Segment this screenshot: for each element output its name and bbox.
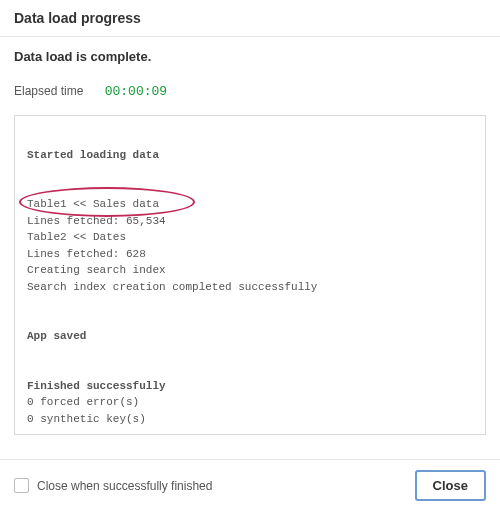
close-on-finish-checkbox[interactable] — [14, 478, 29, 493]
log-line: Table2 << Dates — [27, 231, 126, 243]
log-line: Table1 << Sales data — [27, 198, 159, 210]
dialog-title: Data load progress — [14, 10, 486, 26]
dialog-header: Data load progress — [0, 0, 500, 37]
log-line: Lines fetched: 628 — [27, 248, 146, 260]
log-line: Lines fetched: 65,534 — [27, 215, 166, 227]
load-status-text: Data load is complete. — [14, 49, 486, 64]
close-on-finish-option[interactable]: Close when successfully finished — [14, 478, 212, 493]
log-output: Started loading data Table1 << Sales dat… — [27, 130, 473, 427]
elapsed-time-value: 00:00:09 — [105, 84, 167, 99]
status-row: Data load is complete. — [0, 37, 500, 70]
log-line: 0 synthetic key(s) — [27, 413, 146, 425]
elapsed-time-row: Elapsed time 00:00:09 — [0, 70, 500, 109]
log-line: Finished successfully — [27, 380, 166, 392]
log-panel: Started loading data Table1 << Sales dat… — [14, 115, 486, 435]
elapsed-time-label: Elapsed time — [14, 84, 83, 98]
close-on-finish-label: Close when successfully finished — [37, 479, 212, 493]
log-line: 0 forced error(s) — [27, 396, 139, 408]
log-line: App saved — [27, 330, 86, 342]
dialog-footer: Close when successfully finished Close — [0, 459, 500, 511]
log-line: Search index creation completed successf… — [27, 281, 317, 293]
log-line: Creating search index — [27, 264, 166, 276]
log-line: Started loading data — [27, 149, 159, 161]
close-button[interactable]: Close — [415, 470, 486, 501]
